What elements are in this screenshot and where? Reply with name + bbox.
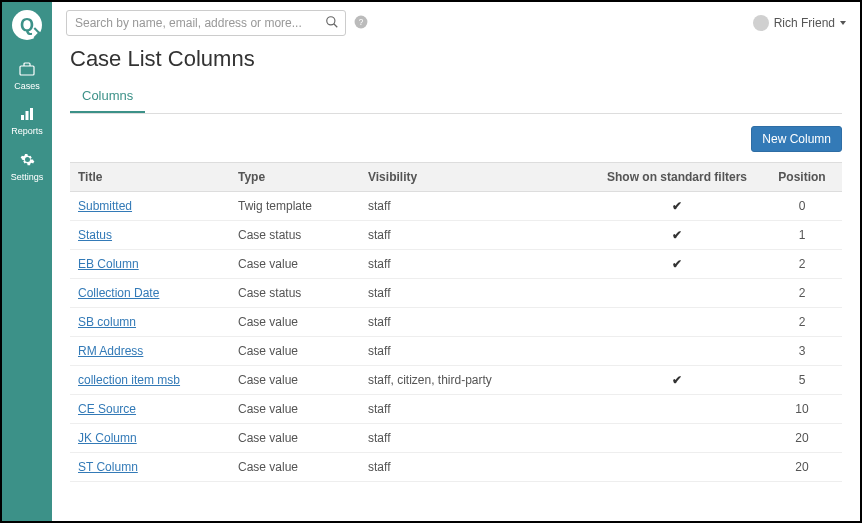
toolbar: New Column — [70, 114, 842, 162]
app-logo[interactable]: Q — [12, 10, 42, 40]
col-header-title[interactable]: Title — [70, 163, 230, 192]
column-position: 5 — [762, 366, 842, 395]
svg-rect-0 — [20, 66, 34, 75]
column-title-link[interactable]: RM Address — [78, 344, 143, 358]
table-row: EB ColumnCase valuestaff✔2 — [70, 250, 842, 279]
col-header-type[interactable]: Type — [230, 163, 360, 192]
column-showfilter: ✔ — [592, 250, 762, 279]
col-header-showfilter[interactable]: Show on standard filters — [592, 163, 762, 192]
column-visibility: staff — [360, 279, 592, 308]
new-column-button[interactable]: New Column — [751, 126, 842, 152]
column-position: 2 — [762, 250, 842, 279]
column-title-link[interactable]: ST Column — [78, 460, 138, 474]
svg-rect-3 — [30, 108, 33, 120]
svg-point-4 — [327, 17, 335, 25]
column-type: Case value — [230, 424, 360, 453]
sidebar-item-reports[interactable]: Reports — [2, 99, 52, 144]
column-showfilter — [592, 395, 762, 424]
column-title-link[interactable]: SB column — [78, 315, 136, 329]
sidebar-item-label: Cases — [14, 81, 40, 91]
column-position: 0 — [762, 192, 842, 221]
column-position: 1 — [762, 221, 842, 250]
column-visibility: staff — [360, 424, 592, 453]
chevron-down-icon — [840, 21, 846, 25]
column-type: Case status — [230, 221, 360, 250]
check-icon: ✔ — [672, 373, 682, 387]
column-visibility: staff — [360, 308, 592, 337]
column-position: 20 — [762, 453, 842, 482]
check-icon: ✔ — [672, 257, 682, 271]
column-type: Case value — [230, 337, 360, 366]
column-title-link[interactable]: CE Source — [78, 402, 136, 416]
search-input[interactable] — [66, 10, 346, 36]
svg-rect-1 — [21, 115, 24, 120]
svg-text:?: ? — [359, 17, 364, 26]
main-area: ? Rich Friend Case List Columns Columns … — [52, 2, 860, 521]
table-row: SB columnCase valuestaff2 — [70, 308, 842, 337]
column-position: 10 — [762, 395, 842, 424]
sidebar-item-label: Settings — [11, 172, 44, 182]
column-showfilter — [592, 308, 762, 337]
bar-chart-icon — [19, 107, 35, 123]
help-icon[interactable]: ? — [354, 15, 368, 32]
column-visibility: staff, citizen, third-party — [360, 366, 592, 395]
user-menu[interactable]: Rich Friend — [753, 15, 846, 31]
column-title-link[interactable]: Status — [78, 228, 112, 242]
column-showfilter — [592, 279, 762, 308]
table-row: StatusCase statusstaff✔1 — [70, 221, 842, 250]
col-header-visibility[interactable]: Visibility — [360, 163, 592, 192]
tabs: Columns — [70, 80, 842, 114]
check-icon: ✔ — [672, 199, 682, 213]
column-type: Case value — [230, 453, 360, 482]
column-position: 2 — [762, 279, 842, 308]
column-visibility: staff — [360, 453, 592, 482]
column-showfilter: ✔ — [592, 221, 762, 250]
column-showfilter — [592, 424, 762, 453]
column-type: Case value — [230, 395, 360, 424]
page-title: Case List Columns — [70, 46, 842, 72]
table-row: JK ColumnCase valuestaff20 — [70, 424, 842, 453]
col-header-position[interactable]: Position — [762, 163, 842, 192]
table-row: RM AddressCase valuestaff3 — [70, 337, 842, 366]
search-wrap — [66, 10, 346, 36]
column-position: 3 — [762, 337, 842, 366]
column-title-link[interactable]: Submitted — [78, 199, 132, 213]
table-row: ST ColumnCase valuestaff20 — [70, 453, 842, 482]
briefcase-icon — [19, 62, 35, 78]
column-visibility: staff — [360, 250, 592, 279]
column-title-link[interactable]: JK Column — [78, 431, 137, 445]
sidebar: Q Cases Reports — [2, 2, 52, 521]
check-icon: ✔ — [672, 228, 682, 242]
topbar: ? Rich Friend — [52, 2, 860, 42]
column-visibility: staff — [360, 221, 592, 250]
column-visibility: staff — [360, 192, 592, 221]
gear-icon — [20, 152, 35, 169]
column-visibility: staff — [360, 337, 592, 366]
sidebar-item-cases[interactable]: Cases — [2, 54, 52, 99]
column-type: Case value — [230, 366, 360, 395]
search-icon[interactable] — [325, 15, 339, 32]
column-type: Twig template — [230, 192, 360, 221]
user-name: Rich Friend — [774, 16, 835, 30]
table-row: Collection DateCase statusstaff2 — [70, 279, 842, 308]
table-row: CE SourceCase valuestaff10 — [70, 395, 842, 424]
svg-line-5 — [334, 24, 338, 28]
column-type: Case status — [230, 279, 360, 308]
table-row: SubmittedTwig templatestaff✔0 — [70, 192, 842, 221]
tab-columns[interactable]: Columns — [70, 80, 145, 113]
sidebar-item-label: Reports — [11, 126, 43, 136]
avatar-icon — [753, 15, 769, 31]
table-row: collection item msbCase valuestaff, citi… — [70, 366, 842, 395]
column-position: 2 — [762, 308, 842, 337]
column-showfilter: ✔ — [592, 366, 762, 395]
column-title-link[interactable]: collection item msb — [78, 373, 180, 387]
columns-table: Title Type Visibility Show on standard f… — [70, 162, 842, 482]
column-title-link[interactable]: EB Column — [78, 257, 139, 271]
column-type: Case value — [230, 250, 360, 279]
column-showfilter: ✔ — [592, 192, 762, 221]
sidebar-item-settings[interactable]: Settings — [2, 144, 52, 190]
column-title-link[interactable]: Collection Date — [78, 286, 159, 300]
column-showfilter — [592, 337, 762, 366]
svg-rect-2 — [26, 111, 29, 120]
column-type: Case value — [230, 308, 360, 337]
